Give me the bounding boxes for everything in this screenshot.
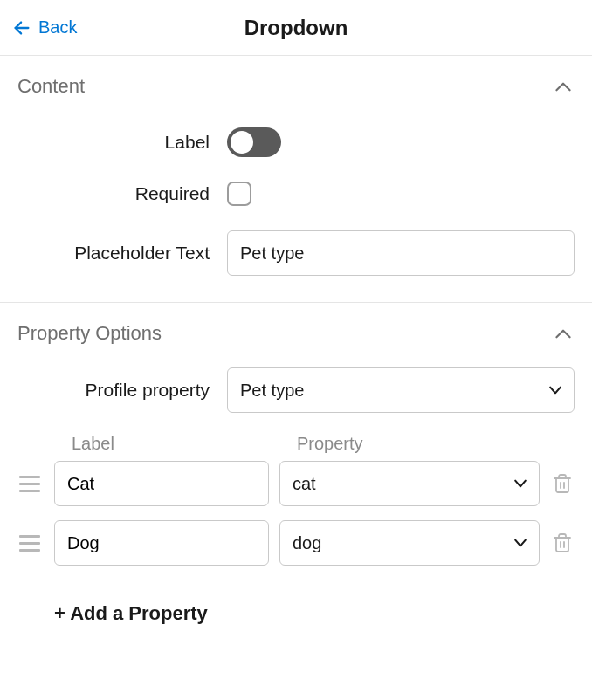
content-section-title: Content bbox=[17, 75, 85, 98]
drag-handle-icon[interactable] bbox=[17, 471, 44, 496]
option-label-input[interactable] bbox=[54, 520, 269, 566]
options-property-header: Property bbox=[297, 434, 533, 454]
option-label-input[interactable] bbox=[54, 461, 269, 506]
option-row: cat bbox=[17, 461, 575, 506]
profile-property-select[interactable]: Pet type bbox=[227, 367, 575, 413]
drag-handle-icon[interactable] bbox=[17, 531, 44, 555]
delete-option-button[interactable] bbox=[550, 531, 575, 555]
back-button[interactable]: Back bbox=[12, 17, 77, 38]
profile-property-label: Profile property bbox=[17, 380, 227, 401]
back-label: Back bbox=[38, 17, 77, 38]
toggle-knob bbox=[231, 131, 253, 154]
label-toggle[interactable] bbox=[227, 127, 281, 157]
label-field-label: Label bbox=[17, 132, 227, 153]
placeholder-field-label: Placeholder Text bbox=[17, 243, 227, 264]
chevron-up-icon bbox=[552, 75, 575, 98]
placeholder-input[interactable] bbox=[227, 230, 575, 276]
trash-icon bbox=[552, 473, 573, 494]
required-field-label: Required bbox=[17, 183, 227, 204]
property-options-section-title: Property Options bbox=[17, 322, 162, 345]
option-property-select[interactable]: dog bbox=[279, 520, 540, 566]
trash-icon bbox=[552, 532, 573, 553]
option-property-select[interactable]: cat bbox=[279, 461, 540, 506]
property-options-section-toggle[interactable]: Property Options bbox=[17, 322, 575, 345]
required-checkbox[interactable] bbox=[227, 182, 251, 206]
option-row: dog bbox=[17, 520, 575, 566]
page-title: Dropdown bbox=[0, 16, 592, 40]
chevron-up-icon bbox=[552, 322, 575, 345]
options-label-header: Label bbox=[72, 434, 297, 454]
content-section-toggle[interactable]: Content bbox=[17, 75, 575, 98]
add-property-button[interactable]: + Add a Property bbox=[54, 602, 208, 625]
arrow-left-icon bbox=[12, 18, 31, 38]
delete-option-button[interactable] bbox=[550, 471, 575, 496]
